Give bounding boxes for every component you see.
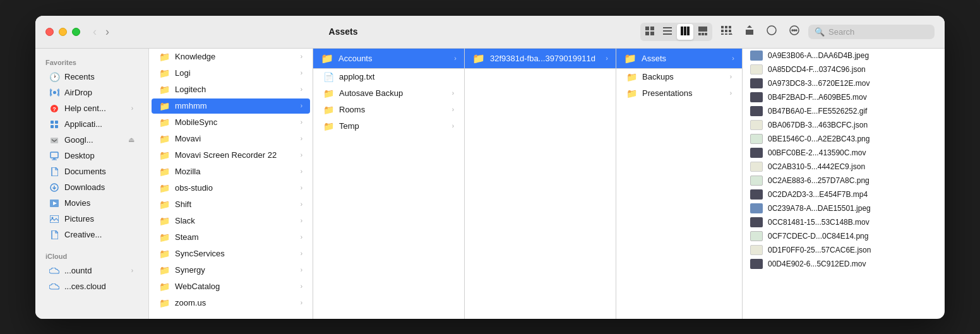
svg-rect-35 xyxy=(55,125,58,128)
view-list-button[interactable] xyxy=(659,24,676,40)
folder-synergy[interactable]: 📁 Synergy › xyxy=(152,263,310,278)
folder-icon: 📁 xyxy=(159,117,170,128)
documents-icon xyxy=(49,167,59,177)
thumb-jpeg xyxy=(750,51,763,61)
folder-mobilesync[interactable]: 📁 MobileSync › xyxy=(152,115,310,130)
svg-rect-13 xyxy=(705,33,707,35)
group-button[interactable] xyxy=(717,23,736,40)
folder-obs[interactable]: 📁 obs-studio › xyxy=(152,181,310,196)
folder-webcatalog[interactable]: 📁 WebCatalog › xyxy=(152,279,310,294)
folder-steam[interactable]: 📁 Steam › xyxy=(152,230,310,245)
folder-icon: 📁 xyxy=(626,72,637,82)
folder-knowledge[interactable]: 📁 Knowledge › xyxy=(152,49,310,64)
thumb-json xyxy=(750,162,763,172)
sidebar-item-icloud1[interactable]: ...ountd › xyxy=(39,263,145,278)
files-column: 0A9E3B06-A...DAA6D4B.jpeg 0A85DCD4-F...0… xyxy=(743,49,945,319)
file-applog[interactable]: 📄 applog.txt xyxy=(316,69,462,85)
folder-icon: 📁 xyxy=(159,150,170,160)
file-row[interactable]: 0A85DCD4-F...0374C96.json xyxy=(743,63,945,76)
file-row[interactable]: 0C2AE883-6...257D7A8C.png xyxy=(743,174,945,188)
view-gallery-button[interactable] xyxy=(695,24,711,40)
sidebar-item-recents[interactable]: 🕐 Recents xyxy=(39,69,145,85)
sidebar-item-google[interactable]: Googl... ⏏ xyxy=(39,133,145,148)
folder-icon: 📁 xyxy=(159,101,170,111)
sidebar-label-google: Googl... xyxy=(64,135,93,145)
view-buttons xyxy=(640,23,712,41)
file-row[interactable]: 00D4E902-6...5C912ED.mov xyxy=(743,257,945,271)
svg-rect-15 xyxy=(725,26,727,28)
folder-syncservices[interactable]: 📁 SyncServices › xyxy=(152,246,310,261)
view-grid-button[interactable] xyxy=(642,24,658,40)
share-button[interactable] xyxy=(741,23,758,40)
toolbar-right: 🔍 xyxy=(640,23,935,41)
svg-rect-0 xyxy=(645,27,649,30)
thumb-gif xyxy=(750,106,763,116)
folder-mozilla[interactable]: 📁 Mozilla › xyxy=(152,164,310,179)
folder-temp[interactable]: 📁 Temp › xyxy=(316,119,462,134)
folder-mmhmm[interactable]: 📁 mmhmm › xyxy=(152,98,310,114)
file-row[interactable]: 0A9E3B06-A...DAA6D4B.jpeg xyxy=(743,49,945,63)
search-input[interactable] xyxy=(828,27,928,37)
folder-movavi[interactable]: 📁 Movavi › xyxy=(152,131,310,146)
folder-slack[interactable]: 📁 Slack › xyxy=(152,213,310,229)
sidebar-item-downloads[interactable]: Downloads xyxy=(39,180,145,195)
svg-rect-11 xyxy=(698,33,701,35)
title-bar: ‹ › Assets xyxy=(35,16,945,49)
file-row[interactable]: 0CF7CDEC-D...0C84E14.png xyxy=(743,229,945,243)
folder-shift[interactable]: 📁 Shift › xyxy=(152,197,310,212)
thumb-json xyxy=(750,120,763,130)
assets-title: Assets xyxy=(642,54,727,63)
folder-presentations[interactable]: 📁 Presentations › xyxy=(619,86,739,101)
action-button[interactable] xyxy=(786,23,803,40)
sidebar-label-pictures: Pictures xyxy=(64,214,94,224)
sidebar-item-applications[interactable]: Applicati... xyxy=(39,117,145,132)
folder-rooms[interactable]: 📁 Rooms › xyxy=(316,102,462,117)
svg-rect-8 xyxy=(684,27,686,35)
sidebar-item-pictures[interactable]: Pictures xyxy=(39,212,145,227)
sidebar-item-movies[interactable]: Movies xyxy=(39,196,145,211)
folder-zoomus[interactable]: 📁 zoom.us › xyxy=(152,295,310,311)
svg-rect-18 xyxy=(725,30,727,32)
folder-logitech[interactable]: 📁 Logitech › xyxy=(152,82,310,97)
thumb-mov xyxy=(750,217,763,227)
file-row[interactable]: 0B4F2BAD-F...A609BE5.mov xyxy=(743,90,945,104)
file-row[interactable]: 0B47B6A0-E...FE5526252.gif xyxy=(743,104,945,118)
google-eject: ⏏ xyxy=(128,136,134,144)
uuid-title: 32f9381d-fba...3979019911d xyxy=(490,54,601,63)
view-column-button[interactable] xyxy=(677,24,693,40)
file-row[interactable]: 0C2AB310-5...4442EC9.json xyxy=(743,160,945,174)
tag-button[interactable] xyxy=(763,23,780,40)
file-row[interactable]: 0D1F0FF0-25...57CAC6E.json xyxy=(743,243,945,257)
folder-icon: 📁 xyxy=(159,183,170,193)
svg-rect-20 xyxy=(721,33,724,35)
sidebar-item-desktop[interactable]: Desktop xyxy=(39,148,145,164)
folder-icon: 📁 xyxy=(159,282,170,292)
folder-movavi-screen[interactable]: 📁 Movavi Screen Recorder 22 › xyxy=(152,148,310,163)
sidebar-label-airdrop: AirDrop xyxy=(64,88,92,97)
folder-logi[interactable]: 📁 Logi › xyxy=(152,66,310,81)
svg-point-28 xyxy=(796,30,797,31)
sidebar-item-documents[interactable]: Documents xyxy=(39,164,145,179)
sidebar-item-icloud2[interactable]: ...ces.cloud xyxy=(39,279,145,294)
sidebar-item-helpcenter[interactable]: ? Help cent... › xyxy=(39,101,145,116)
file-row[interactable]: 0CC81481-15...53C148B.mov xyxy=(743,215,945,229)
file-row[interactable]: 0C239A78-A...DAE15501.jpeg xyxy=(743,201,945,215)
sidebar-label-downloads: Downloads xyxy=(64,182,105,192)
folder-icon: 📁 xyxy=(323,88,334,98)
folder-autosave[interactable]: 📁 Autosave Backup › xyxy=(316,86,462,101)
file-row[interactable]: 0BE1546C-0...A2E2BC43.png xyxy=(743,132,945,146)
file-row[interactable]: 0A973DC8-3...6720E12E.mov xyxy=(743,76,945,90)
assets-header: 📁 Assets › xyxy=(616,49,742,69)
file-row[interactable]: 0C2DA2D3-3...E454F7B.mp4 xyxy=(743,188,945,201)
folder-backups[interactable]: 📁 Backups › xyxy=(619,69,739,85)
doc-icon: 📄 xyxy=(323,72,334,82)
thumb-png xyxy=(750,231,763,241)
accounts-title: Accounts xyxy=(338,54,449,63)
sidebar-item-creative[interactable]: Creative... xyxy=(39,227,145,242)
file-row[interactable]: 0BA067DB-3...463BCFC.json xyxy=(743,118,945,132)
sidebar: Favorites 🕐 Recents AirDrop ? Help cent.… xyxy=(35,49,149,319)
sidebar-item-airdrop[interactable]: AirDrop xyxy=(39,85,145,100)
svg-rect-39 xyxy=(52,159,57,160)
file-row[interactable]: 00BFC0BE-2...413590C.mov xyxy=(743,146,945,160)
folder-icon: 📁 xyxy=(159,167,170,177)
